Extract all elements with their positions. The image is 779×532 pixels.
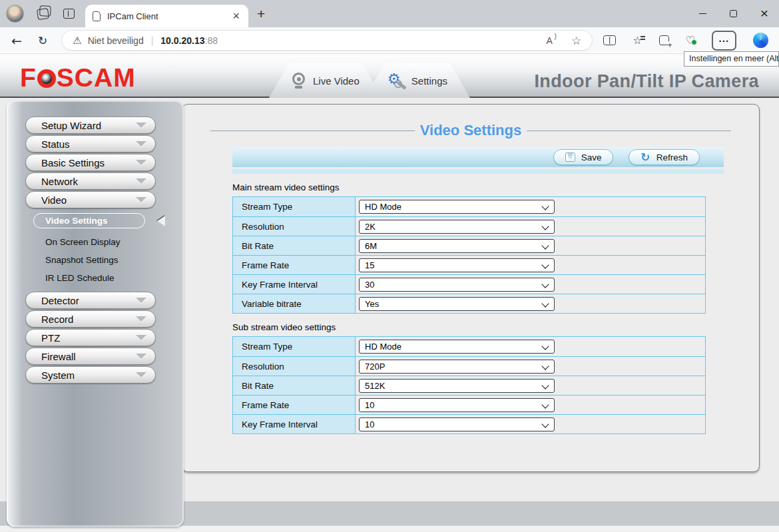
split-screen-icon[interactable] [603, 35, 616, 45]
action-bar-underline [232, 169, 724, 174]
sidebar-item-firewall[interactable]: Firewall [25, 348, 156, 365]
browser-toolbar: ← ↻ ⚠ Niet beveiligd | 10.0.20.13 :88 A … [0, 27, 779, 54]
table-row: Key Frame Interval10 [233, 414, 705, 433]
select-frame-rate[interactable]: 15 [359, 258, 555, 272]
maximize-button[interactable] [730, 10, 737, 17]
minimize-button[interactable] [699, 13, 706, 15]
url-host: 10.0.20.13 [160, 35, 204, 46]
select-resolution[interactable]: 2K [359, 220, 555, 234]
row-label-bit-rate: Bit Rate [233, 376, 356, 395]
toolbar-icons: ☆ ♡ ... [603, 31, 768, 51]
collections-icon[interactable]: ☆ [633, 34, 642, 47]
table-row: Frame Rate10 [233, 395, 705, 414]
row-value-cell: 30 [356, 275, 705, 294]
webcam-icon [292, 73, 306, 89]
favorite-star-icon[interactable]: ☆ [571, 34, 581, 47]
save-floppy-icon [565, 152, 575, 162]
action-bar: Save ↺ Refresh [232, 147, 724, 167]
settings-table: Stream TypeHD ModeResolution720PBit Rate… [232, 336, 706, 434]
chevron-down-icon [136, 141, 146, 146]
tab-settings[interactable]: ⚙ Settings [365, 63, 470, 98]
select-bit-rate[interactable]: 512K [359, 379, 555, 393]
tab-title: IPCam Client [107, 11, 231, 21]
row-value-cell: HD Mode [356, 337, 705, 356]
content-panel: Video Settings Save ↺ Refresh Main strea… [182, 104, 760, 472]
page-favicon-icon [93, 11, 101, 21]
select-bit-rate[interactable]: 6M [359, 239, 555, 253]
select-stream-type[interactable]: HD Mode [359, 200, 555, 214]
select-stream-type[interactable]: HD Mode [359, 340, 555, 354]
row-label-key-frame-interval: Key Frame Interval [233, 415, 356, 433]
read-aloud-icon[interactable]: A [547, 35, 553, 46]
row-value-cell: 15 [356, 256, 705, 274]
page-header: F SCAM Live Video ⚙ Settings Indoor Pan/… [0, 54, 779, 98]
submenu-item-video-settings[interactable]: Video Settings [33, 213, 145, 228]
row-value-cell: 6M [356, 236, 705, 255]
refresh-button[interactable]: ↺ Refresh [629, 149, 700, 165]
table-row: Key Frame Interval30 [233, 274, 705, 294]
page-body: Setup WizardStatusBasic SettingsNetworkV… [0, 98, 779, 530]
row-value-cell: 512K [356, 376, 705, 395]
reload-button[interactable]: ↻ [38, 34, 47, 47]
sidebar-item-status[interactable]: Status [25, 135, 156, 152]
save-button-label: Save [581, 152, 602, 162]
row-label-frame-rate: Frame Rate [233, 396, 356, 414]
table-row: Bit Rate512K [233, 376, 705, 395]
chevron-down-icon [136, 178, 146, 184]
table-row: Resolution2K [233, 216, 705, 236]
window-close-button[interactable]: × [760, 6, 768, 20]
chevron-down-icon [136, 335, 146, 340]
sidebar-item-ptz[interactable]: PTZ [25, 329, 156, 346]
page-title: Video Settings [415, 122, 527, 139]
sidebar-item-video[interactable]: Video [25, 191, 156, 208]
tab-close-icon[interactable]: × [231, 10, 241, 22]
submenu-item-ir-led-schedule[interactable]: IR LED Schedule [45, 269, 184, 287]
panel-heading: Video Settings [182, 122, 759, 139]
sidebar-item-setup-wizard[interactable]: Setup Wizard [25, 117, 156, 134]
back-button[interactable]: ← [11, 33, 22, 48]
submenu-item-snapshot-settings[interactable]: Snapshot Settings [45, 251, 184, 269]
section-title-main-stream-video-settings: Main stream video settings [232, 182, 759, 192]
select-resolution[interactable]: 720P [359, 360, 555, 374]
sidebar-item-record[interactable]: Record [25, 310, 156, 328]
sidebar-item-detector[interactable]: Detector [25, 292, 156, 309]
table-row: Bit Rate6M [233, 236, 705, 255]
vertical-tabs-icon[interactable] [63, 9, 75, 19]
address-bar[interactable]: ⚠ Niet beveiligd | 10.0.20.13 :88 A ☆ [61, 30, 593, 51]
copilot-icon[interactable] [753, 33, 768, 48]
submenu-video: Video SettingsOn Screen DisplaySnapshot … [7, 210, 184, 292]
workspaces-icon[interactable] [37, 7, 49, 19]
select-variable-bitrate[interactable]: Yes [359, 297, 555, 311]
tab-settings-label: Settings [411, 75, 447, 87]
submenu-item-on-screen-display[interactable]: On Screen Display [45, 233, 184, 251]
table-row: Resolution720P [233, 356, 705, 376]
table-row: Stream TypeHD Mode [233, 337, 705, 356]
chevron-down-icon [136, 372, 146, 378]
tab-live-video[interactable]: Live Video [269, 63, 382, 98]
save-button[interactable]: Save [553, 149, 614, 165]
not-secure-warning-icon[interactable]: ⚠ [73, 35, 81, 47]
browser-essentials-icon[interactable]: ♡ [686, 34, 695, 47]
sidebar-item-network[interactable]: Network [25, 172, 156, 190]
row-label-resolution: Resolution [233, 357, 356, 376]
sidebar-item-basic-settings[interactable]: Basic Settings [25, 154, 156, 171]
refresh-button-label: Refresh [656, 152, 688, 162]
logo-text-post: SCAM [57, 63, 136, 93]
row-label-bit-rate: Bit Rate [233, 236, 356, 255]
foscam-logo: F SCAM [20, 63, 136, 93]
row-value-cell: 10 [356, 415, 705, 433]
select-frame-rate[interactable]: 10 [359, 398, 555, 412]
select-key-frame-interval[interactable]: 10 [359, 417, 555, 431]
settings-table: Stream TypeHD ModeResolution2KBit Rate6M… [232, 196, 706, 314]
sidebar-item-system[interactable]: System [25, 366, 156, 384]
new-tab-button[interactable]: + [257, 7, 265, 21]
row-value-cell: 720P [356, 357, 705, 376]
refresh-arrow-icon: ↺ [641, 152, 650, 163]
table-row: Stream TypeHD Mode [233, 197, 705, 216]
profile-avatar[interactable] [6, 5, 24, 23]
heading-rule-right [527, 131, 731, 131]
select-key-frame-interval[interactable]: 30 [359, 278, 555, 292]
tab-groups-icon[interactable] [659, 35, 669, 45]
settings-and-more-button[interactable]: ... [712, 31, 736, 51]
browser-tab[interactable]: IPCam Client × [85, 5, 248, 27]
